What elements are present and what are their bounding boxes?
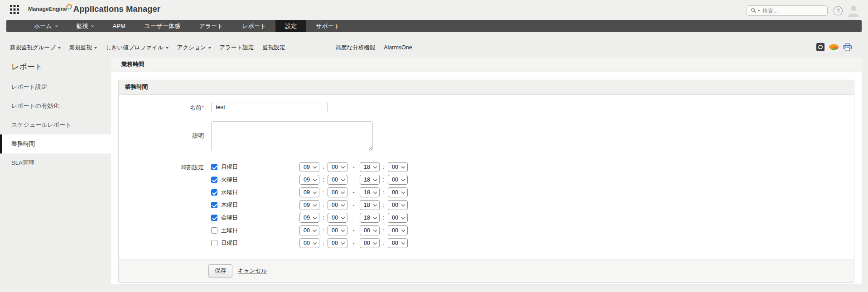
nav-support[interactable]: サポート [306,20,349,32]
tuesday-checkbox[interactable] [211,177,217,183]
dash-separator: - [347,240,360,246]
thursday-checkbox[interactable] [211,202,217,208]
end-hour-select[interactable]: 18 [360,200,380,210]
friday-checkbox[interactable] [211,215,217,221]
end-minute-select[interactable]: 00 [388,225,408,235]
colon-separator: : [319,227,328,234]
description-label: 説明 [119,121,204,153]
schedule-row-friday: 金曜日 09 : 00 - 18 : 00 [211,213,408,223]
start-hour-select[interactable]: 00 [299,238,319,248]
nav-settings[interactable]: 設定 [275,20,306,32]
toolbar-threshold-profile[interactable]: しきい値プロファイル [106,44,169,52]
toolbar-alarmsone[interactable]: AlarmsOne [384,44,412,51]
toolbar-advanced-analytics-label: 高度な分析機能 [335,44,375,52]
start-minute-select[interactable]: 00 [328,225,347,235]
day-label: 月曜日 [221,163,299,171]
start-minute-select[interactable]: 00 [328,213,347,223]
colon-separator: : [380,202,388,208]
colon-separator: : [319,189,328,196]
nav-home[interactable]: ホーム [24,20,67,32]
save-button[interactable]: 保存 [208,264,232,278]
schedule-row-monday: 月曜日 09 : 00 - 18 : 00 [211,162,408,172]
nav-monitoring-label: 監視 [77,22,88,30]
refresh-icon[interactable] [816,43,825,51]
panel-title: 業務時間 [119,80,854,95]
cancel-link[interactable]: キャンセル [238,267,267,275]
saturday-checkbox[interactable] [211,227,217,234]
colon-separator: : [319,177,328,183]
end-hour-select[interactable]: 18 [360,213,380,223]
nav-monitoring[interactable]: 監視 [67,20,103,32]
start-hour-select[interactable]: 09 [299,213,319,223]
toolbar-alert-settings[interactable]: アラート設定 [220,44,254,52]
search-scope-caret-icon[interactable] [757,10,760,11]
end-minute-select[interactable]: 00 [388,187,408,197]
printer-icon[interactable] [843,43,852,51]
colon-separator: : [380,177,388,183]
nav-user-experience[interactable]: ユーザー体感 [135,20,190,32]
end-hour-select[interactable]: 00 [360,225,380,235]
end-hour-select[interactable]: 18 [360,175,380,185]
sidebar-item-schedule-reports[interactable]: スケジュールレポート [0,115,111,134]
sidebar-item-report-settings[interactable]: レポート設定 [0,77,111,96]
toolbar-threshold-profile-label: しきい値プロファイル [106,44,164,52]
sidebar-item-enable-reports[interactable]: レポートの有効化 [0,96,111,115]
start-minute-select[interactable]: 00 [328,187,347,197]
end-minute-select[interactable]: 00 [388,175,408,185]
toolbar-monitor-settings[interactable]: 監視設定 [262,44,285,52]
start-minute-select[interactable]: 00 [328,238,347,248]
wednesday-checkbox[interactable] [211,189,217,196]
sidebar-item-business-hours[interactable]: 業務時間 [0,134,111,153]
end-hour-select[interactable]: 00 [360,238,380,248]
description-textarea[interactable] [211,121,373,151]
toolbar-new-monitor-group-label: 新規監視グループ [10,44,56,52]
start-hour-select[interactable]: 00 [299,225,319,235]
toolbar-actions[interactable]: アクション [177,44,211,52]
toolbar-alert-settings-label: アラート設定 [220,44,254,52]
secondary-toolbar: 新規監視グループ 新規監視 しきい値プロファイル アクション アラート設定 監視… [0,41,868,54]
day-label: 木曜日 [221,201,299,209]
help-icon[interactable]: ? [834,6,843,15]
brand-product-name: Applications Manager [73,4,160,14]
nav-apm[interactable]: APM [103,20,135,32]
start-minute-select[interactable]: 00 [328,200,347,210]
start-hour-select[interactable]: 09 [299,162,319,172]
start-hour-select[interactable]: 09 [299,175,319,185]
start-minute-select[interactable]: 00 [328,162,347,172]
end-minute-select[interactable]: 00 [388,238,408,248]
search-input[interactable] [762,8,817,14]
monday-checkbox[interactable] [211,164,217,170]
toolbar-advanced-analytics[interactable]: 高度な分析機能 [335,44,375,52]
name-input[interactable] [211,102,328,112]
main-content: 業務時間 業務時間 名前* 説明 [111,57,862,284]
end-minute-select[interactable]: 00 [388,213,408,223]
end-hour-select[interactable]: 18 [360,187,380,197]
end-minute-select[interactable]: 00 [388,200,408,210]
toolbar-new-monitor[interactable]: 新規監視 [69,44,97,52]
day-label: 水曜日 [221,189,299,196]
search-icon [751,8,757,14]
start-minute-select[interactable]: 00 [328,175,347,185]
dash-separator: - [347,215,360,221]
page: ManageEngine Applications Manager ? [0,0,868,292]
nav-home-label: ホーム [34,22,52,30]
end-minute-select[interactable]: 00 [388,162,408,172]
apps-grid-icon[interactable] [10,5,19,14]
name-label: 名前* [119,102,204,112]
sidebar-item-sla-management[interactable]: SLA管理 [0,153,111,172]
start-hour-select[interactable]: 09 [299,187,319,197]
nav-apm-label: APM [113,23,125,29]
brand-logo[interactable]: ManageEngine Applications Manager [28,4,160,14]
start-hour-select[interactable]: 09 [299,200,319,210]
nav-reports[interactable]: レポート [232,20,275,32]
user-avatar[interactable] [847,4,860,17]
toolbar-new-monitor-group[interactable]: 新規監視グループ [10,44,61,52]
end-hour-select[interactable]: 18 [360,162,380,172]
day-label: 土曜日 [221,227,299,235]
nav-alerts[interactable]: アラート [189,20,232,32]
pie-chart-icon[interactable] [829,44,839,50]
sunday-checkbox[interactable] [211,240,217,246]
global-search[interactable] [747,5,828,16]
sidebar: レポート レポート設定 レポートの有効化 スケジュールレポート 業務時間 SLA… [0,54,111,292]
brand-manageengine: ManageEngine [28,6,67,12]
